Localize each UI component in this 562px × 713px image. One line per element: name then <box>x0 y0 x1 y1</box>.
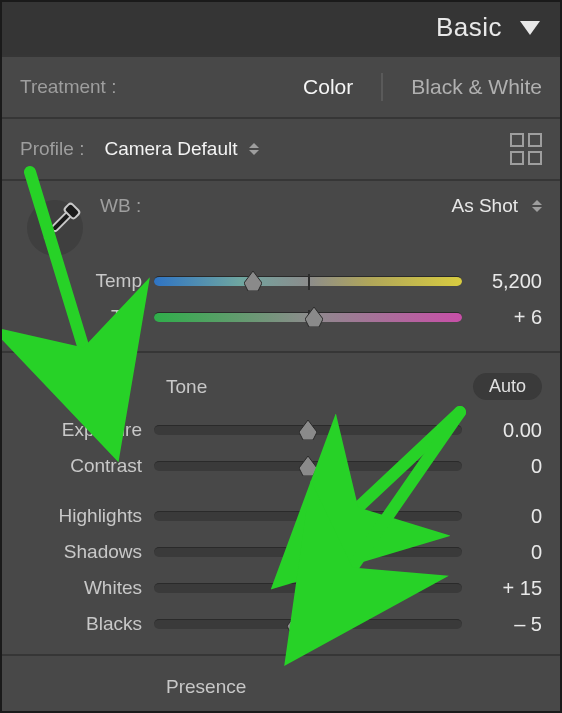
auto-button[interactable]: Auto <box>473 373 542 400</box>
wb-label: WB : <box>100 195 141 217</box>
temp-label: Temp <box>20 270 154 292</box>
shadows-slider[interactable] <box>154 547 462 557</box>
shadows-value[interactable]: 0 <box>462 541 542 564</box>
slider-knob[interactable] <box>299 420 317 440</box>
profile-label: Profile : <box>20 138 84 160</box>
slider-knob[interactable] <box>299 506 317 526</box>
temp-row: Temp 5,200 <box>20 263 542 299</box>
wb-mode-select[interactable]: As Shot <box>451 195 518 217</box>
whites-slider[interactable] <box>154 583 462 593</box>
shadows-row: Shadows 0 <box>20 534 542 570</box>
treatment-bw[interactable]: Black & White <box>411 75 542 99</box>
profile-select[interactable]: Camera Default <box>104 138 259 160</box>
contrast-slider[interactable] <box>154 461 462 471</box>
exposure-row: Exposure 0.00 <box>20 412 542 448</box>
contrast-row: Contrast 0 <box>20 448 542 484</box>
tint-value[interactable]: + 6 <box>462 306 542 329</box>
profile-browser-icon[interactable] <box>510 133 542 165</box>
presence-section: Presence <box>2 654 560 713</box>
highlights-row: Highlights 0 <box>20 498 542 534</box>
whites-label: Whites <box>20 577 154 599</box>
contrast-label: Contrast <box>20 455 154 477</box>
tint-row: Tint + 6 <box>20 299 542 335</box>
highlights-value[interactable]: 0 <box>462 505 542 528</box>
slider-knob[interactable] <box>299 456 317 476</box>
highlights-slider[interactable] <box>154 511 462 521</box>
exposure-value[interactable]: 0.00 <box>462 419 542 442</box>
eyedropper-icon[interactable] <box>20 193 90 263</box>
whites-row: Whites + 15 <box>20 570 542 606</box>
tone-heading: Tone <box>166 376 207 398</box>
whites-value[interactable]: + 15 <box>462 577 542 600</box>
blacks-row: Blacks – 5 <box>20 606 542 642</box>
contrast-value[interactable]: 0 <box>462 455 542 478</box>
separator <box>381 73 383 101</box>
tint-slider[interactable] <box>154 312 462 322</box>
chevron-updown-icon <box>532 200 542 212</box>
shadows-label: Shadows <box>20 541 154 563</box>
wb-section: WB : As Shot Temp 5,200 Tint + 6 <box>2 179 560 351</box>
chevron-updown-icon <box>249 143 259 155</box>
panel-title: Basic <box>436 12 502 43</box>
profile-row: Profile : Camera Default <box>2 117 560 179</box>
blacks-label: Blacks <box>20 613 154 635</box>
temp-slider[interactable] <box>154 276 462 286</box>
slider-knob[interactable] <box>305 307 323 327</box>
highlights-label: Highlights <box>20 505 154 527</box>
exposure-slider[interactable] <box>154 425 462 435</box>
temp-value[interactable]: 5,200 <box>462 270 542 293</box>
panel-header: Basic <box>2 2 560 55</box>
treatment-row: Treatment : Color Black & White <box>2 55 560 117</box>
slider-knob[interactable] <box>317 578 335 598</box>
slider-knob[interactable] <box>299 542 317 562</box>
tone-section: Tone Auto Exposure 0.00 Contrast 0 Highl… <box>2 351 560 654</box>
slider-knob[interactable] <box>287 614 305 634</box>
presence-heading: Presence <box>166 676 246 698</box>
tint-label: Tint <box>20 306 154 328</box>
profile-value: Camera Default <box>104 138 237 160</box>
exposure-label: Exposure <box>20 419 154 441</box>
blacks-slider[interactable] <box>154 619 462 629</box>
blacks-value[interactable]: – 5 <box>462 613 542 636</box>
collapse-icon[interactable] <box>520 21 540 35</box>
slider-knob[interactable] <box>244 271 262 291</box>
treatment-label: Treatment : <box>20 76 116 98</box>
treatment-color[interactable]: Color <box>303 75 353 99</box>
